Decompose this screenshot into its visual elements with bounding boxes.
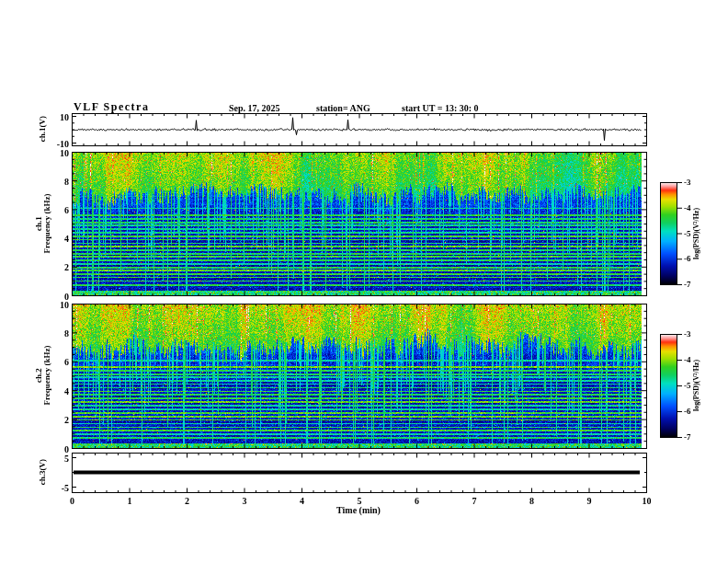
ch3-volt-tick-label: 5 <box>64 453 69 463</box>
x-tick-label: 9 <box>587 496 592 506</box>
freq-tick-label: 10 <box>60 147 69 157</box>
freq-tick-label: 8 <box>64 327 69 338</box>
colorbar-tick-label: -5 <box>684 229 691 238</box>
ch3-voltage-axis-label: ch.3(V) <box>39 459 47 485</box>
x-tick-label: 1 <box>128 496 132 506</box>
x-tick-label: 3 <box>243 496 247 506</box>
colorbar-tick-label: -5 <box>684 381 691 390</box>
colorbar-tick-label: -7 <box>684 280 691 289</box>
ch1-voltage-axis-label: ch.1(V) <box>39 116 47 142</box>
date-label: Sep. 17, 2025 <box>229 103 280 113</box>
ch2-frequency-axis-label: ch.2 Frequency (kHz) <box>35 345 51 405</box>
figure-canvas <box>0 0 728 563</box>
freq-tick-label: 8 <box>64 176 69 186</box>
freq-tick-label: 6 <box>64 357 69 367</box>
x-tick-label: 4 <box>300 496 304 506</box>
figure-title: VLF Spectra <box>74 100 149 114</box>
colorbar-tick-label: -6 <box>684 254 691 263</box>
colorbar-tick-label: -3 <box>684 329 691 339</box>
vlf-spectra-page: VLF Spectra Sep. 17, 2025 station= ANG s… <box>0 0 728 563</box>
ch1-volt-tick-label: 10 <box>60 111 69 121</box>
ch3-volt-tick-label: -5 <box>62 482 69 492</box>
ch2-frequency-axis-label-line2: Frequency (kHz) <box>43 345 51 405</box>
colorbar-tick-label: -4 <box>684 355 691 364</box>
x-tick-label: 6 <box>415 496 419 506</box>
freq-tick-label: 10 <box>60 299 69 309</box>
x-axis-label: Time (min) <box>336 505 381 515</box>
x-tick-label: 2 <box>185 496 189 506</box>
colorbar-tick-label: -7 <box>684 432 691 442</box>
ch1-frequency-axis-label: ch.1 Frequency (kHz) <box>35 193 51 253</box>
colorbar2-label: log(PSD)(V²/Hz) <box>692 360 700 411</box>
freq-tick-label: 2 <box>64 415 69 425</box>
x-tick-label: 0 <box>70 496 74 506</box>
x-tick-label: 8 <box>529 496 534 506</box>
ch1-volt-tick-label: -10 <box>57 138 69 148</box>
freq-tick-label: 4 <box>64 385 69 396</box>
x-tick-label: 10 <box>643 496 652 506</box>
colorbar-tick-label: -4 <box>684 203 691 213</box>
colorbar-tick-label: -3 <box>684 178 691 187</box>
start-time-label: start UT = 13: 30: 0 <box>402 103 479 113</box>
colorbar1-label: log(PSD)(V²/Hz) <box>692 208 700 259</box>
station-label: station= ANG <box>316 103 370 113</box>
freq-tick-label: 6 <box>64 204 69 214</box>
x-tick-label: 7 <box>472 496 477 506</box>
x-tick-label: 5 <box>358 496 362 506</box>
ch1-frequency-axis-label-line2: Frequency (kHz) <box>43 193 51 253</box>
freq-tick-label: 4 <box>64 234 69 244</box>
colorbar-tick-label: -6 <box>684 407 691 416</box>
freq-tick-label: 2 <box>64 262 69 272</box>
